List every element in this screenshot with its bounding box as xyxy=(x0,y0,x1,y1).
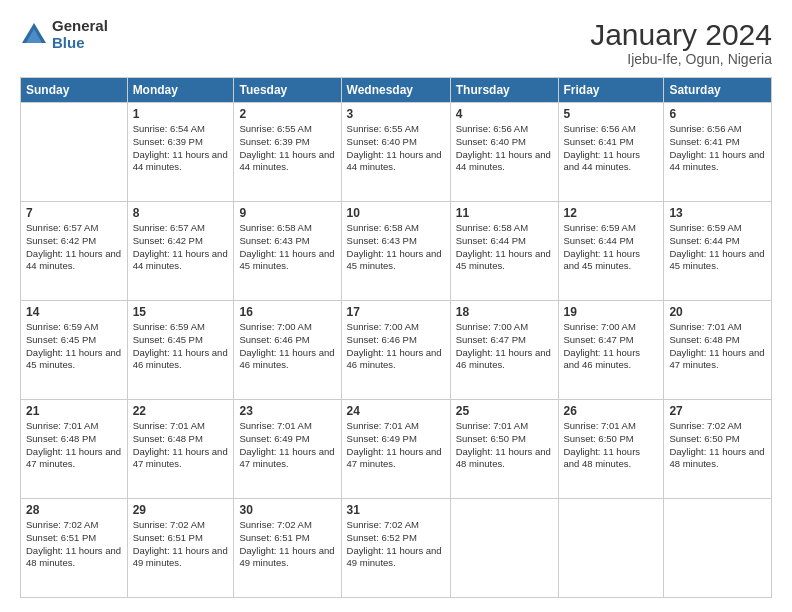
day-info: Sunrise: 7:00 AMSunset: 6:47 PMDaylight:… xyxy=(456,321,553,372)
calendar-cell: 15 Sunrise: 6:59 AMSunset: 6:45 PMDaylig… xyxy=(127,301,234,400)
calendar-cell xyxy=(450,499,558,598)
calendar-cell: 31 Sunrise: 7:02 AMSunset: 6:52 PMDaylig… xyxy=(341,499,450,598)
calendar-cell: 8 Sunrise: 6:57 AMSunset: 6:42 PMDayligh… xyxy=(127,202,234,301)
day-number: 29 xyxy=(133,503,229,517)
calendar-cell: 30 Sunrise: 7:02 AMSunset: 6:51 PMDaylig… xyxy=(234,499,341,598)
logo-blue-text: Blue xyxy=(52,35,108,52)
day-number: 27 xyxy=(669,404,766,418)
calendar-cell: 18 Sunrise: 7:00 AMSunset: 6:47 PMDaylig… xyxy=(450,301,558,400)
day-info: Sunrise: 6:58 AMSunset: 6:43 PMDaylight:… xyxy=(347,222,445,273)
day-info: Sunrise: 6:59 AMSunset: 6:44 PMDaylight:… xyxy=(564,222,659,273)
col-header-wednesday: Wednesday xyxy=(341,78,450,103)
day-info: Sunrise: 7:01 AMSunset: 6:49 PMDaylight:… xyxy=(347,420,445,471)
calendar-cell: 10 Sunrise: 6:58 AMSunset: 6:43 PMDaylig… xyxy=(341,202,450,301)
col-header-sunday: Sunday xyxy=(21,78,128,103)
day-number: 8 xyxy=(133,206,229,220)
day-info: Sunrise: 6:57 AMSunset: 6:42 PMDaylight:… xyxy=(26,222,122,273)
day-number: 17 xyxy=(347,305,445,319)
day-number: 12 xyxy=(564,206,659,220)
calendar-cell: 6 Sunrise: 6:56 AMSunset: 6:41 PMDayligh… xyxy=(664,103,772,202)
calendar-cell: 9 Sunrise: 6:58 AMSunset: 6:43 PMDayligh… xyxy=(234,202,341,301)
calendar-cell: 13 Sunrise: 6:59 AMSunset: 6:44 PMDaylig… xyxy=(664,202,772,301)
calendar-cell xyxy=(558,499,664,598)
calendar-cell: 23 Sunrise: 7:01 AMSunset: 6:49 PMDaylig… xyxy=(234,400,341,499)
day-number: 7 xyxy=(26,206,122,220)
location: Ijebu-Ife, Ogun, Nigeria xyxy=(590,51,772,67)
calendar-cell: 12 Sunrise: 6:59 AMSunset: 6:44 PMDaylig… xyxy=(558,202,664,301)
day-info: Sunrise: 6:59 AMSunset: 6:45 PMDaylight:… xyxy=(133,321,229,372)
calendar-cell: 14 Sunrise: 6:59 AMSunset: 6:45 PMDaylig… xyxy=(21,301,128,400)
day-info: Sunrise: 6:58 AMSunset: 6:44 PMDaylight:… xyxy=(456,222,553,273)
calendar-cell: 25 Sunrise: 7:01 AMSunset: 6:50 PMDaylig… xyxy=(450,400,558,499)
calendar-cell: 20 Sunrise: 7:01 AMSunset: 6:48 PMDaylig… xyxy=(664,301,772,400)
day-info: Sunrise: 7:02 AMSunset: 6:50 PMDaylight:… xyxy=(669,420,766,471)
logo-icon xyxy=(20,21,48,49)
day-info: Sunrise: 7:02 AMSunset: 6:51 PMDaylight:… xyxy=(26,519,122,570)
day-number: 28 xyxy=(26,503,122,517)
day-info: Sunrise: 7:01 AMSunset: 6:48 PMDaylight:… xyxy=(26,420,122,471)
calendar-cell: 17 Sunrise: 7:00 AMSunset: 6:46 PMDaylig… xyxy=(341,301,450,400)
day-info: Sunrise: 7:00 AMSunset: 6:47 PMDaylight:… xyxy=(564,321,659,372)
day-number: 23 xyxy=(239,404,335,418)
calendar-cell: 29 Sunrise: 7:02 AMSunset: 6:51 PMDaylig… xyxy=(127,499,234,598)
calendar-cell: 19 Sunrise: 7:00 AMSunset: 6:47 PMDaylig… xyxy=(558,301,664,400)
calendar-cell: 1 Sunrise: 6:54 AMSunset: 6:39 PMDayligh… xyxy=(127,103,234,202)
calendar-week-0: 1 Sunrise: 6:54 AMSunset: 6:39 PMDayligh… xyxy=(21,103,772,202)
calendar-cell xyxy=(21,103,128,202)
col-header-friday: Friday xyxy=(558,78,664,103)
calendar-cell: 7 Sunrise: 6:57 AMSunset: 6:42 PMDayligh… xyxy=(21,202,128,301)
col-header-thursday: Thursday xyxy=(450,78,558,103)
logo: General Blue xyxy=(20,18,108,51)
day-number: 19 xyxy=(564,305,659,319)
day-info: Sunrise: 6:56 AMSunset: 6:41 PMDaylight:… xyxy=(669,123,766,174)
calendar-cell: 5 Sunrise: 6:56 AMSunset: 6:41 PMDayligh… xyxy=(558,103,664,202)
day-info: Sunrise: 7:02 AMSunset: 6:51 PMDaylight:… xyxy=(239,519,335,570)
logo-text: General Blue xyxy=(52,18,108,51)
day-number: 16 xyxy=(239,305,335,319)
day-info: Sunrise: 6:59 AMSunset: 6:45 PMDaylight:… xyxy=(26,321,122,372)
day-info: Sunrise: 6:57 AMSunset: 6:42 PMDaylight:… xyxy=(133,222,229,273)
day-number: 22 xyxy=(133,404,229,418)
calendar-cell: 26 Sunrise: 7:01 AMSunset: 6:50 PMDaylig… xyxy=(558,400,664,499)
calendar-cell: 3 Sunrise: 6:55 AMSunset: 6:40 PMDayligh… xyxy=(341,103,450,202)
calendar-week-1: 7 Sunrise: 6:57 AMSunset: 6:42 PMDayligh… xyxy=(21,202,772,301)
day-number: 4 xyxy=(456,107,553,121)
day-number: 11 xyxy=(456,206,553,220)
col-header-saturday: Saturday xyxy=(664,78,772,103)
calendar-week-2: 14 Sunrise: 6:59 AMSunset: 6:45 PMDaylig… xyxy=(21,301,772,400)
day-number: 14 xyxy=(26,305,122,319)
calendar-cell: 22 Sunrise: 7:01 AMSunset: 6:48 PMDaylig… xyxy=(127,400,234,499)
day-info: Sunrise: 7:01 AMSunset: 6:48 PMDaylight:… xyxy=(669,321,766,372)
day-info: Sunrise: 6:55 AMSunset: 6:39 PMDaylight:… xyxy=(239,123,335,174)
calendar-cell: 4 Sunrise: 6:56 AMSunset: 6:40 PMDayligh… xyxy=(450,103,558,202)
day-number: 6 xyxy=(669,107,766,121)
day-number: 1 xyxy=(133,107,229,121)
calendar-cell: 16 Sunrise: 7:00 AMSunset: 6:46 PMDaylig… xyxy=(234,301,341,400)
day-info: Sunrise: 6:54 AMSunset: 6:39 PMDaylight:… xyxy=(133,123,229,174)
day-info: Sunrise: 7:01 AMSunset: 6:49 PMDaylight:… xyxy=(239,420,335,471)
day-info: Sunrise: 7:01 AMSunset: 6:48 PMDaylight:… xyxy=(133,420,229,471)
header: General Blue January 2024 Ijebu-Ife, Ogu… xyxy=(20,18,772,67)
day-number: 18 xyxy=(456,305,553,319)
calendar-cell: 28 Sunrise: 7:02 AMSunset: 6:51 PMDaylig… xyxy=(21,499,128,598)
day-number: 30 xyxy=(239,503,335,517)
day-number: 3 xyxy=(347,107,445,121)
day-number: 15 xyxy=(133,305,229,319)
logo-general-text: General xyxy=(52,18,108,35)
day-info: Sunrise: 7:01 AMSunset: 6:50 PMDaylight:… xyxy=(564,420,659,471)
calendar-cell xyxy=(664,499,772,598)
calendar-cell: 2 Sunrise: 6:55 AMSunset: 6:39 PMDayligh… xyxy=(234,103,341,202)
month-title: January 2024 xyxy=(590,18,772,51)
calendar-cell: 27 Sunrise: 7:02 AMSunset: 6:50 PMDaylig… xyxy=(664,400,772,499)
calendar-cell: 24 Sunrise: 7:01 AMSunset: 6:49 PMDaylig… xyxy=(341,400,450,499)
col-header-monday: Monday xyxy=(127,78,234,103)
day-info: Sunrise: 6:58 AMSunset: 6:43 PMDaylight:… xyxy=(239,222,335,273)
calendar-week-3: 21 Sunrise: 7:01 AMSunset: 6:48 PMDaylig… xyxy=(21,400,772,499)
day-info: Sunrise: 7:01 AMSunset: 6:50 PMDaylight:… xyxy=(456,420,553,471)
day-number: 20 xyxy=(669,305,766,319)
day-number: 13 xyxy=(669,206,766,220)
day-number: 31 xyxy=(347,503,445,517)
day-info: Sunrise: 6:59 AMSunset: 6:44 PMDaylight:… xyxy=(669,222,766,273)
calendar-cell: 21 Sunrise: 7:01 AMSunset: 6:48 PMDaylig… xyxy=(21,400,128,499)
col-header-tuesday: Tuesday xyxy=(234,78,341,103)
